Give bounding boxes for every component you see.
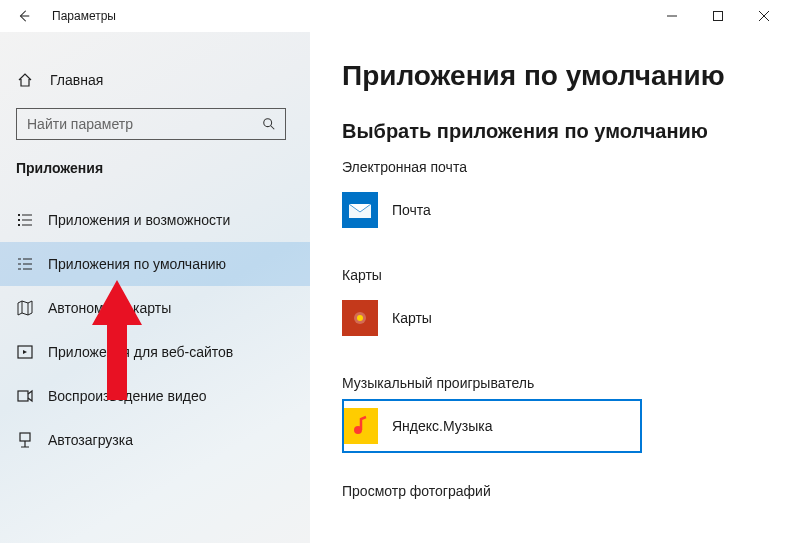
category-music: Музыкальный проигрыватель Яндекс.Музыка [342, 375, 787, 453]
home-link[interactable]: Главная [0, 60, 310, 100]
settings-window: Параметры Главная [0, 0, 787, 543]
body: Главная Приложения Приложения и возможно… [0, 32, 787, 543]
maximize-button[interactable] [695, 0, 741, 32]
search-box[interactable] [16, 108, 286, 140]
app-name: Яндекс.Музыка [392, 418, 493, 434]
category-label: Просмотр фотографий [342, 483, 787, 499]
titlebar-left: Параметры [0, 4, 116, 28]
app-name: Почта [392, 202, 431, 218]
window-controls [649, 0, 787, 32]
category-label: Электронная почта [342, 159, 787, 175]
svg-rect-3 [18, 219, 20, 221]
category-label: Музыкальный проигрыватель [342, 375, 787, 391]
close-icon [759, 11, 769, 21]
back-button[interactable] [12, 4, 36, 28]
category-maps: Карты Карты [342, 267, 787, 345]
search-input[interactable] [17, 116, 253, 132]
maximize-icon [713, 11, 723, 21]
sub-title: Выбрать приложения по умолчанию [342, 120, 787, 143]
web-icon [16, 343, 34, 361]
search-wrap [0, 100, 310, 152]
sidebar-item-web-apps[interactable]: Приложения для веб-сайтов [0, 330, 310, 374]
svg-point-10 [357, 315, 363, 321]
sidebar-item-label: Воспроизведение видео [48, 388, 206, 404]
window-title: Параметры [52, 9, 116, 23]
minimize-icon [667, 11, 677, 21]
mail-icon [342, 192, 378, 228]
sidebar-item-video[interactable]: Воспроизведение видео [0, 374, 310, 418]
sidebar-item-label: Приложения по умолчанию [48, 256, 226, 272]
category-photos: Просмотр фотографий [342, 483, 787, 499]
arrow-left-icon [17, 9, 31, 23]
sidebar-item-default-apps[interactable]: Приложения по умолчанию [0, 242, 310, 286]
svg-rect-7 [20, 433, 30, 441]
svg-rect-6 [18, 391, 28, 401]
maps-icon [342, 300, 378, 336]
sidebar-item-offline-maps[interactable]: Автономные карты [0, 286, 310, 330]
startup-icon [16, 431, 34, 449]
home-icon [16, 71, 34, 89]
svg-rect-0 [714, 12, 723, 21]
svg-rect-2 [18, 214, 20, 216]
video-icon [16, 387, 34, 405]
category-label: Карты [342, 267, 787, 283]
defaults-icon [16, 255, 34, 273]
content: Приложения по умолчанию Выбрать приложен… [310, 32, 787, 543]
sidebar-item-label: Приложения и возможности [48, 212, 230, 228]
sidebar-item-apps-features[interactable]: Приложения и возможности [0, 198, 310, 242]
svg-rect-4 [18, 224, 20, 226]
map-icon [16, 299, 34, 317]
sidebar-item-label: Приложения для веб-сайтов [48, 344, 233, 360]
app-tile-music[interactable]: Яндекс.Музыка [342, 399, 642, 453]
sidebar-item-startup[interactable]: Автозагрузка [0, 418, 310, 462]
minimize-button[interactable] [649, 0, 695, 32]
nav: Приложения и возможности Приложения по у… [0, 198, 310, 462]
app-tile-email[interactable]: Почта [342, 183, 642, 237]
sidebar-item-label: Автономные карты [48, 300, 171, 316]
music-icon [342, 408, 378, 444]
category-email: Электронная почта Почта [342, 159, 787, 237]
sidebar: Главная Приложения Приложения и возможно… [0, 32, 310, 543]
sidebar-item-label: Автозагрузка [48, 432, 133, 448]
app-name: Карты [392, 310, 432, 326]
list-icon [16, 211, 34, 229]
titlebar: Параметры [0, 0, 787, 32]
home-label: Главная [50, 72, 103, 88]
search-icon [253, 117, 285, 131]
close-button[interactable] [741, 0, 787, 32]
app-tile-maps[interactable]: Карты [342, 291, 642, 345]
page-title: Приложения по умолчанию [342, 60, 787, 92]
section-header: Приложения [0, 152, 310, 188]
svg-point-1 [264, 119, 272, 127]
